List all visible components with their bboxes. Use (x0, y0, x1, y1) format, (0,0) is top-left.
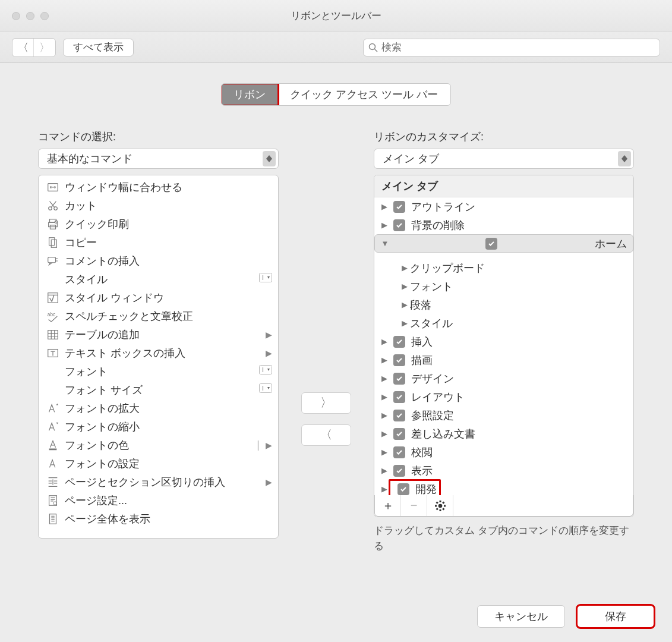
chevron-down-icon[interactable]: ▼ (381, 239, 389, 248)
chevron-right-icon[interactable]: ▶ (400, 263, 409, 272)
chevron-right-icon[interactable]: ▶ (380, 466, 389, 475)
tree-subitem[interactable]: ▶段落 (374, 295, 633, 314)
tree-label: アウトライン (410, 200, 475, 214)
checkbox-icon[interactable] (393, 354, 405, 366)
toolbar: 〈 〉 すべて表示 (0, 32, 672, 63)
show-all-button[interactable]: すべて表示 (63, 39, 134, 56)
checkbox-icon[interactable] (393, 446, 405, 458)
chevron-right-icon[interactable]: ▶ (380, 202, 389, 211)
chevron-right-icon[interactable]: ▶ (380, 374, 389, 383)
commands-list[interactable]: ウィンドウ幅に合わせるカットクイック印刷コピーコメントの挿入スタイルIスタイル … (38, 175, 279, 539)
add-tab-button[interactable]: ＋ (375, 495, 401, 516)
checkbox-icon[interactable] (393, 465, 405, 477)
command-item[interactable]: ページとセクション区切りの挿入▶ (39, 473, 278, 491)
tree-item[interactable]: ▶差し込み文書 (374, 424, 633, 443)
command-item[interactable]: カット (39, 196, 278, 215)
fitwidth-icon (43, 181, 62, 194)
tab-quick-access[interactable]: クイック アクセス ツール バー (278, 84, 450, 105)
tree-item[interactable]: ▶参照設定 (374, 406, 633, 424)
checkbox-icon[interactable] (485, 238, 497, 250)
chevron-right-icon: ▶ (266, 348, 272, 358)
checkbox-icon[interactable] (393, 201, 405, 213)
checkbox-icon[interactable] (393, 410, 405, 421)
svg-point-29 (53, 501, 57, 505)
command-label: フォントの縮小 (62, 420, 272, 434)
command-item[interactable]: テキスト ボックスの挿入▶ (39, 344, 278, 362)
svg-rect-11 (49, 237, 55, 245)
command-item[interactable]: ページ全体を表示 (39, 509, 278, 528)
tree-item[interactable]: ▶アウトライン (374, 197, 633, 216)
svg-rect-28 (49, 495, 57, 505)
command-label: スペルチェックと文章校正 (62, 309, 272, 323)
command-item[interactable]: スタイル ウィンドウ (39, 288, 278, 307)
tree-label: デザイン (410, 372, 454, 386)
tree-item[interactable]: ▶挿入 (374, 332, 633, 351)
search-input[interactable] (381, 42, 655, 54)
command-item[interactable]: フォントの拡大 (39, 399, 278, 417)
break-icon (43, 476, 62, 489)
tree-item[interactable]: ▶表示 (374, 461, 633, 480)
chevron-right-icon[interactable]: ▶ (400, 282, 409, 291)
tree-item[interactable]: ▶背景の削除 (374, 216, 633, 234)
svg-rect-30 (50, 514, 56, 524)
command-item[interactable]: フォントI (39, 362, 278, 380)
chevron-right-icon[interactable]: ▶ (380, 411, 389, 420)
tree-subitem[interactable]: ▶スタイル (374, 314, 633, 332)
svg-rect-27 (49, 448, 57, 450)
chevron-right-icon[interactable]: ▶ (380, 355, 389, 364)
command-item[interactable]: フォントの設定 (39, 454, 278, 473)
chevron-right-icon[interactable]: ▶ (400, 319, 409, 328)
command-item[interactable]: ウィンドウ幅に合わせる (39, 178, 278, 196)
ribbon-tree[interactable]: メイン タブ ▶アウトライン▶背景の削除▼ホーム▶クリップボード▶フォント▶段落… (374, 175, 634, 517)
tree-item[interactable]: ▼ホーム (374, 234, 633, 253)
chevron-right-icon[interactable]: ▶ (380, 484, 389, 493)
checkbox-icon[interactable] (397, 483, 409, 495)
svg-line-1 (375, 49, 378, 52)
checkbox-icon[interactable] (393, 219, 405, 231)
print-icon (43, 218, 62, 231)
tree-subitem[interactable]: ▶フォント (374, 277, 633, 295)
command-item[interactable]: テーブルの追加▶ (39, 325, 278, 344)
fontplus-icon (43, 402, 62, 415)
tree-item[interactable]: ▶開発 (374, 480, 633, 495)
command-item[interactable]: フォント サイズI (39, 380, 278, 399)
chevron-right-icon[interactable]: ▶ (380, 392, 389, 401)
tree-item[interactable]: ▶レイアウト (374, 388, 633, 406)
chevron-right-icon[interactable]: ▶ (380, 337, 389, 346)
back-button[interactable]: 〈 (12, 39, 34, 56)
command-item[interactable]: クイック印刷 (39, 215, 278, 233)
tree-item[interactable]: ▶描画 (374, 351, 633, 369)
settings-button[interactable] (427, 495, 453, 516)
chevron-right-icon[interactable]: ▶ (380, 221, 389, 229)
checkbox-icon[interactable] (393, 336, 405, 348)
command-item[interactable]: フォントの縮小 (39, 417, 278, 436)
svg-rect-12 (51, 240, 56, 247)
checkbox-icon[interactable] (393, 373, 405, 385)
tree-item[interactable]: ▶校閲 (374, 443, 633, 461)
command-item[interactable]: abcスペルチェックと文章校正 (39, 307, 278, 325)
command-item[interactable]: ページ設定... (39, 491, 278, 509)
tree-item[interactable]: ▶デザイン (374, 369, 633, 388)
stepper-icon (618, 151, 631, 166)
chevron-right-icon[interactable]: ▶ (380, 429, 389, 438)
chevron-right-icon[interactable]: ▶ (380, 448, 389, 457)
command-item[interactable]: スタイルI (39, 270, 278, 288)
save-button[interactable]: 保存 (577, 605, 654, 628)
copy-icon (43, 236, 62, 249)
command-item[interactable]: コメントの挿入 (39, 251, 278, 270)
tab-ribbon[interactable]: リボン (222, 84, 278, 105)
command-item[interactable]: コピー (39, 233, 278, 251)
checkbox-icon[interactable] (393, 428, 405, 440)
remove-button[interactable]: 〈 (301, 424, 351, 446)
customize-select[interactable]: メイン タブ (374, 149, 634, 169)
search-field[interactable] (363, 39, 660, 56)
tree-subitem[interactable]: ▶クリップボード (374, 259, 633, 277)
command-item[interactable]: フォントの色|▶ (39, 436, 278, 454)
checkbox-icon[interactable] (393, 391, 405, 403)
command-label: フォント サイズ (62, 383, 259, 397)
chevron-right-icon[interactable]: ▶ (400, 300, 409, 309)
cancel-button[interactable]: キャンセル (477, 605, 565, 628)
add-button[interactable]: 〉 (301, 392, 351, 414)
command-label: コメントの挿入 (62, 254, 272, 268)
commands-select[interactable]: 基本的なコマンド (38, 149, 279, 169)
